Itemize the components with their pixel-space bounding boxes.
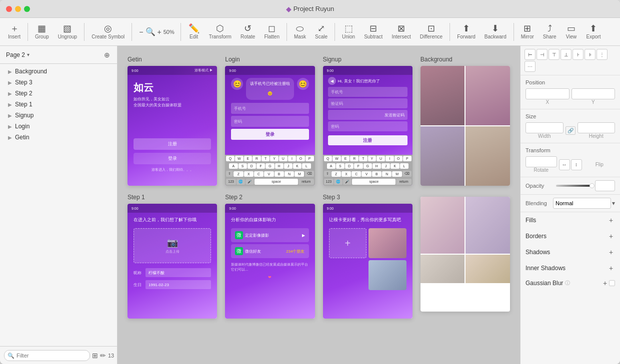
canvas[interactable]: Getin 9:00 游客模式 ▶ 如云 bbox=[118, 46, 520, 364]
borders-section[interactable]: Borders + bbox=[520, 228, 620, 244]
add-border-button[interactable]: + bbox=[607, 232, 615, 240]
layer-item-step1[interactable]: ▶ Step 1 bbox=[2, 99, 115, 110]
group-tool[interactable]: ▦ Group bbox=[31, 22, 53, 41]
getin-frame[interactable]: 9:00 游客模式 ▶ 如云 如你所见，美女如云全国最大的美女自媒体联盟 bbox=[128, 66, 217, 186]
filter-input[interactable] bbox=[4, 350, 90, 361]
canvas-item-login: Login 9:00 😊 该手机号已经被注册啦 😊 😊 bbox=[225, 56, 314, 186]
transform-tool[interactable]: ⬡ Transform bbox=[205, 22, 236, 41]
sidebar-header: Page 2 ▾ ⊕ bbox=[0, 46, 117, 64]
view-tool[interactable]: ▭ View bbox=[562, 22, 582, 41]
distribute-h-button[interactable]: ⋮ bbox=[596, 49, 608, 60]
login-frame[interactable]: 9:00 😊 该手机号已经被注册啦 😊 😊 手机号 密 bbox=[225, 66, 314, 186]
add-layer-button[interactable]: ⊕ bbox=[103, 50, 111, 60]
intersect-tool[interactable]: ⊠ Intersect bbox=[388, 22, 414, 41]
layer-item-step2[interactable]: ▶ Step 2 bbox=[2, 88, 115, 99]
rotate-input[interactable] bbox=[526, 156, 557, 167]
add-inner-shadow-button[interactable]: + bbox=[607, 264, 615, 272]
width-input[interactable] bbox=[526, 122, 564, 133]
insert-tool[interactable]: ＋ Insert bbox=[4, 22, 24, 41]
close-button[interactable] bbox=[6, 6, 12, 12]
y-input[interactable] bbox=[572, 88, 616, 99]
step1-frame[interactable]: 9:00 在进入之前，我们想了解下你哦 📷 点击上传 bbox=[128, 204, 217, 319]
flip-h-button[interactable]: ↔ bbox=[559, 159, 570, 170]
mirror-tool[interactable]: ⊞ Mirror bbox=[517, 22, 538, 41]
transform-row: Transform bbox=[526, 147, 615, 153]
position-row: Position bbox=[526, 79, 615, 85]
page-selector[interactable]: Page 2 ▾ bbox=[6, 51, 30, 58]
filter-search-icon: 🔍 bbox=[8, 352, 14, 359]
layer-item-background[interactable]: ▶ Background bbox=[2, 66, 115, 77]
layer-item-signup[interactable]: ▶ Signup bbox=[2, 110, 115, 121]
blending-select[interactable]: Normal Multiply Screen Overlay bbox=[553, 198, 611, 209]
canvas-item-step3: Step 3 9:00 让模卡更好看，秀出你的更多写真吧 bbox=[323, 194, 412, 319]
rotate-tool[interactable]: ↺ Rotate bbox=[236, 22, 259, 41]
scale-icon: ⤢ bbox=[318, 24, 325, 33]
zoom-in-button[interactable]: + bbox=[156, 28, 162, 36]
canvas-item-background2 bbox=[420, 194, 510, 319]
create-symbol-tool[interactable]: ◎ Create Symbol bbox=[88, 22, 128, 41]
size-label: Size bbox=[526, 113, 553, 119]
canvas-item-background: Background bbox=[420, 56, 510, 186]
x-group: X bbox=[526, 88, 570, 105]
lock-ratio-button[interactable]: 🔗 bbox=[566, 126, 576, 135]
forward-tool[interactable]: ⬆ Forward bbox=[453, 22, 480, 41]
add-gaussian-button[interactable]: + bbox=[601, 279, 609, 287]
flip-v-button[interactable]: ↕ bbox=[571, 159, 582, 170]
align-center-h-button[interactable]: ⊣ bbox=[536, 49, 548, 60]
expand-icon: ▶ bbox=[8, 69, 12, 74]
opacity-input[interactable] bbox=[595, 180, 615, 191]
step2-frame[interactable]: 9:00 分析你的自媒体影响力 微 定定影像摄影 bbox=[225, 204, 314, 319]
layers-grid-button[interactable]: ⊞ bbox=[92, 352, 98, 360]
zoom-value: 50% bbox=[164, 29, 174, 35]
height-input[interactable] bbox=[578, 122, 616, 133]
shadows-section[interactable]: Shadows + bbox=[520, 244, 620, 260]
subtract-tool[interactable]: ⊟ Subtract bbox=[360, 22, 386, 41]
background2-frame[interactable] bbox=[420, 197, 510, 312]
share-tool[interactable]: ⤴ Share bbox=[539, 22, 560, 41]
gaussian-checkbox[interactable] bbox=[609, 280, 615, 286]
distribute-v-button[interactable]: ⋯ bbox=[524, 61, 536, 72]
scale-tool[interactable]: ⤢ Scale bbox=[311, 22, 332, 41]
step3-frame[interactable]: 9:00 让模卡更好看，秀出你的更多写真吧 + bbox=[323, 204, 412, 319]
borders-label: Borders bbox=[526, 233, 546, 240]
inner-shadows-section[interactable]: Inner Shadows + bbox=[520, 260, 620, 276]
zoom-out-button[interactable]: − bbox=[138, 28, 144, 36]
layers-edit-button[interactable]: ✏ bbox=[100, 352, 106, 360]
align-top-button[interactable]: ⊥ bbox=[560, 49, 572, 60]
minimize-button[interactable] bbox=[15, 6, 21, 12]
union-tool[interactable]: ⬚ Union bbox=[338, 22, 359, 41]
difference-tool[interactable]: ⊡ Difference bbox=[416, 22, 446, 41]
opacity-slider[interactable] bbox=[556, 185, 592, 187]
align-center-v-button[interactable]: ⊦ bbox=[572, 49, 584, 60]
layer-item-step3[interactable]: ▶ Step 3 bbox=[2, 77, 115, 88]
export-tool[interactable]: ⬆ Export bbox=[582, 22, 605, 41]
rotate-group: Rotate bbox=[526, 156, 557, 173]
ungroup-tool[interactable]: ▧ Ungroup bbox=[54, 22, 81, 41]
background-frame[interactable] bbox=[420, 66, 510, 186]
fills-section[interactable]: Fills + bbox=[520, 212, 620, 228]
transform-inputs: Rotate ↔ ↕ Flip bbox=[526, 156, 615, 173]
align-bottom-button[interactable]: ⊧ bbox=[584, 49, 596, 60]
position-inputs: X Y bbox=[526, 88, 615, 105]
layer-item-getin[interactable]: ▶ Getin bbox=[2, 132, 115, 143]
toolbar-sep-7 bbox=[450, 23, 450, 41]
align-left-button[interactable]: ⊢ bbox=[524, 49, 536, 60]
view-icon: ▭ bbox=[567, 24, 576, 33]
x-input[interactable] bbox=[526, 88, 570, 99]
flip-label: Flip bbox=[596, 162, 604, 167]
mirror-icon: ⊞ bbox=[524, 24, 531, 33]
maximize-button[interactable] bbox=[24, 6, 30, 12]
edit-tool[interactable]: ✏️ Edit bbox=[184, 22, 204, 41]
layer-count: 13 bbox=[108, 353, 114, 359]
flatten-tool[interactable]: ◻ Flatten bbox=[260, 22, 284, 41]
add-fill-button[interactable]: + bbox=[607, 216, 615, 224]
align-right-button[interactable]: ⊤ bbox=[548, 49, 560, 60]
mask-tool[interactable]: ⬭ Mask bbox=[290, 22, 310, 41]
add-shadow-button[interactable]: + bbox=[607, 248, 615, 256]
backward-tool[interactable]: ⬇ Backward bbox=[480, 22, 510, 41]
toolbar: ＋ Insert ▦ Group ▧ Ungroup ◎ Create Symb… bbox=[0, 18, 620, 46]
signup-frame[interactable]: 9:00 ◀ Hi, 美女！我们想死你了 手机号 验证码 发送验证码 密码 bbox=[323, 66, 412, 186]
group-icon: ▦ bbox=[38, 24, 46, 33]
position-section: Position X Y bbox=[520, 75, 620, 109]
layer-item-login[interactable]: ▶ Login bbox=[2, 121, 115, 132]
